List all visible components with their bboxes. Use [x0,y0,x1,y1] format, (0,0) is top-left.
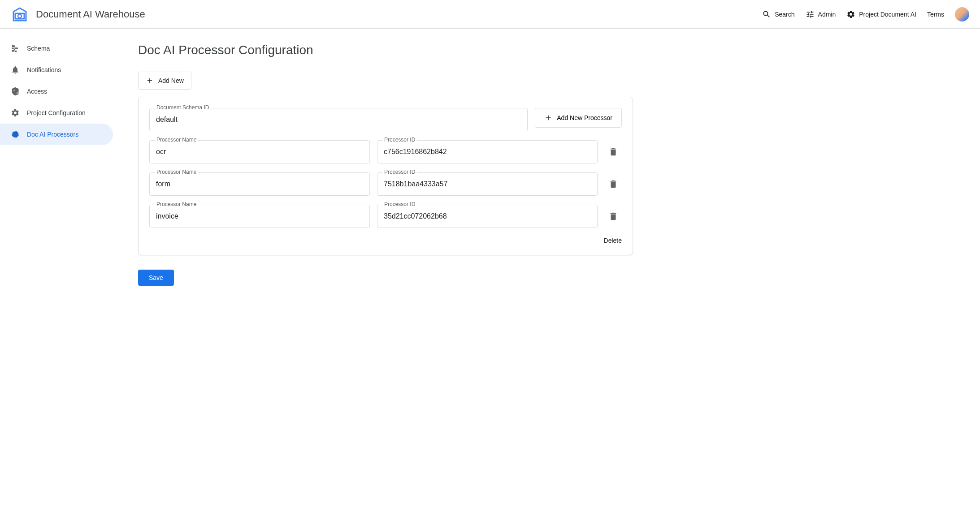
processor-config-card: Document Schema ID Add New Processor Pro… [138,97,633,255]
sidebar-item-label: Access [27,88,47,95]
processor-row: Processor Name Processor ID [149,140,622,163]
search-button[interactable]: Search [762,10,794,19]
shield-icon [11,87,20,96]
project-button[interactable]: Project Document AI [846,10,916,19]
header-right: Search Admin Project Document AI Terms [762,7,969,21]
app-header: Document AI Warehouse Search Admin Proje… [0,0,980,29]
processor-name-container: Processor Name [149,172,370,196]
sidebar-item-project-configuration[interactable]: Project Configuration [0,102,113,124]
admin-label: Admin [818,11,836,18]
trash-icon [608,147,618,157]
svg-rect-3 [12,50,14,52]
project-label: Project Document AI [859,11,916,18]
sidebar-item-schema[interactable]: Schema [0,38,113,59]
sidebar-item-label: Doc AI Processors [27,131,78,138]
terms-link[interactable]: Terms [927,11,944,18]
sidebar-item-doc-ai-processors[interactable]: Doc AI Processors [0,124,113,145]
trash-icon [608,211,618,221]
processor-name-input[interactable] [149,172,370,196]
processor-name-container: Processor Name [149,140,370,163]
processor-name-label: Processor Name [155,137,198,143]
header-left: Document AI Warehouse [11,5,145,23]
schema-icon [11,44,20,53]
admin-button[interactable]: Admin [806,10,836,19]
app-title: Document AI Warehouse [36,9,145,20]
processor-id-label: Processor ID [382,137,417,143]
svg-rect-2 [12,47,14,49]
processor-row: Processor Name Processor ID [149,205,622,228]
processor-id-container: Processor ID [377,172,598,196]
card-footer: Delete [149,237,622,244]
processor-id-container: Processor ID [377,205,598,228]
gear-icon [846,10,855,19]
add-new-processor-button[interactable]: Add New Processor [535,108,622,128]
page-title: Doc AI Processor Configuration [138,43,633,57]
processor-name-container: Processor Name [149,205,370,228]
sidebar: Schema Notifications Access Project Conf… [0,29,117,300]
warehouse-logo-icon [11,5,29,23]
processor-name-label: Processor Name [155,201,198,207]
trash-icon [608,179,618,189]
svg-rect-7 [14,133,17,136]
schema-id-input[interactable] [149,108,528,131]
search-label: Search [775,11,794,18]
main-content: Doc AI Processor Configuration Add New D… [117,29,655,300]
processor-name-input[interactable] [149,205,370,228]
svg-rect-1 [12,45,14,47]
processor-id-label: Processor ID [382,201,417,207]
gear-icon [11,108,20,117]
processor-id-container: Processor ID [377,140,598,163]
svg-point-0 [18,14,22,18]
processor-name-label: Processor Name [155,169,198,175]
tune-icon [806,10,815,19]
avatar[interactable] [955,7,969,21]
processor-id-input[interactable] [377,140,598,163]
schema-field-label: Document Schema ID [155,104,211,111]
processor-icon [11,130,20,139]
processor-id-label: Processor ID [382,169,417,175]
plus-icon [146,77,154,85]
processor-name-input[interactable] [149,140,370,163]
svg-rect-4 [16,47,18,49]
container: Schema Notifications Access Project Conf… [0,29,980,300]
processor-id-input[interactable] [377,205,598,228]
delete-processor-button[interactable] [605,143,622,160]
bell-icon [11,65,20,74]
sidebar-item-label: Notifications [27,66,61,73]
delete-button[interactable]: Delete [604,237,622,244]
plus-icon [544,114,552,122]
processor-id-input[interactable] [377,172,598,196]
add-new-button[interactable]: Add New [138,72,191,90]
schema-row: Document Schema ID Add New Processor [149,108,622,131]
save-button[interactable]: Save [138,270,174,286]
sidebar-item-access[interactable]: Access [0,81,113,102]
delete-processor-button[interactable] [605,208,622,225]
search-icon [762,10,771,19]
add-new-label: Add New [158,77,184,84]
delete-processor-button[interactable] [605,176,622,193]
processor-row: Processor Name Processor ID [149,172,622,196]
sidebar-item-label: Schema [27,45,50,52]
schema-field-container: Document Schema ID [149,108,528,131]
sidebar-item-label: Project Configuration [27,109,86,116]
sidebar-item-notifications[interactable]: Notifications [0,59,113,81]
add-processor-label: Add New Processor [557,114,612,121]
